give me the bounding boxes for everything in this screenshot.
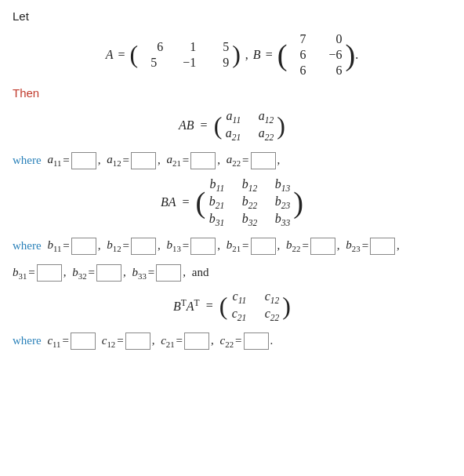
B-r3c2: 6 xyxy=(323,64,342,78)
comma1: , xyxy=(245,48,248,62)
ba-21: b21 xyxy=(208,194,224,210)
then-label: Then xyxy=(13,86,39,100)
a12-input[interactable] xyxy=(131,152,156,169)
ba-22: b22 xyxy=(241,194,257,210)
paren-ab-right: ) xyxy=(277,115,285,136)
AB-row1: a11 a12 xyxy=(225,108,274,125)
ab-21: a21 xyxy=(225,126,241,142)
a22-label: a22 xyxy=(227,149,241,171)
btat-11: c11 xyxy=(230,289,246,305)
b23-label: b23 xyxy=(346,234,360,256)
b32-input[interactable] xyxy=(96,264,121,282)
c12-label: c12 xyxy=(102,330,115,352)
matrix-A: 6 1 5 5 −1 9 xyxy=(138,39,232,71)
paren-A-left: ( xyxy=(130,44,139,65)
comma-a11: , xyxy=(98,150,101,171)
period-end: . xyxy=(270,330,274,351)
matrix-B-row1: 7 0 xyxy=(290,31,342,47)
paren-btat-left: ( xyxy=(219,296,228,317)
btat-12: c12 xyxy=(263,289,279,305)
where-ab-label: where xyxy=(13,150,42,171)
where-c-label: where xyxy=(13,330,42,351)
paren-B-left: ( xyxy=(277,42,288,68)
b12-input[interactable] xyxy=(131,238,156,255)
eq1: = xyxy=(118,48,125,62)
a12-label: a12 xyxy=(107,149,121,171)
a21-label: a21 xyxy=(167,149,181,171)
comma-a12: , xyxy=(158,150,161,171)
a21-input[interactable] xyxy=(190,152,216,169)
ab-22: a22 xyxy=(258,126,274,142)
B-r1c2: 0 xyxy=(323,32,342,46)
matrix-A-row2: 5 −1 9 xyxy=(141,55,229,71)
where-ba-label: where xyxy=(13,235,42,256)
BA-label: BA xyxy=(161,195,176,209)
c21-input[interactable] xyxy=(184,332,209,350)
c22-input[interactable] xyxy=(244,332,269,350)
BA-equation: BA = ( b11 b12 b13 b21 b22 b23 b31 b32 b… xyxy=(13,176,451,229)
b31-input[interactable] xyxy=(37,264,62,282)
b32-label: b32 xyxy=(72,262,86,284)
b13-input[interactable] xyxy=(190,238,216,255)
where-ba-line2: b31 = , b32 = , b33 = , and xyxy=(13,262,451,284)
b22-label: b22 xyxy=(286,234,300,256)
c11-input[interactable] xyxy=(71,332,96,350)
B-r3c1: 6 xyxy=(290,64,306,78)
ba-23: b23 xyxy=(274,194,290,210)
B-label: B xyxy=(253,48,261,62)
b22-input[interactable] xyxy=(310,238,335,255)
BTAT-equation: BTAT = ( c11 c12 c21 c22 ) xyxy=(13,289,451,323)
A-r2c3: 9 xyxy=(213,56,229,70)
where-c-line: where c11 = c12 = , c21 = , c22 = . xyxy=(13,330,451,352)
b31-label: b31 xyxy=(13,262,27,284)
eq-a21: = xyxy=(183,150,189,171)
b21-input[interactable] xyxy=(251,238,276,255)
a11-input[interactable] xyxy=(71,152,96,169)
AB-label: AB xyxy=(179,118,194,133)
matrix-A-row1: 6 1 5 xyxy=(147,39,229,55)
B-r1c1: 7 xyxy=(290,32,306,46)
BTAT-row2: c21 c22 xyxy=(230,306,279,323)
and-label: and xyxy=(192,262,209,283)
a11-label: a11 xyxy=(47,149,61,171)
b11-input[interactable] xyxy=(71,238,96,255)
AB-row2: a21 a22 xyxy=(225,125,274,143)
paren-ba-left: ( xyxy=(195,190,205,216)
matrix-AB: a11 a12 a21 a22 xyxy=(222,108,277,143)
ba-31: b31 xyxy=(208,212,224,227)
ab-12: a12 xyxy=(258,109,274,125)
matrix-BA: b11 b12 b13 b21 b22 b23 b31 b32 b33 xyxy=(205,176,293,229)
eq-a11: = xyxy=(63,150,69,171)
a22-input[interactable] xyxy=(251,152,276,169)
c21-label: c21 xyxy=(161,330,174,352)
btat-21: c21 xyxy=(230,307,246,322)
c22-label: c22 xyxy=(220,330,234,352)
B-r2c1: 6 xyxy=(290,48,306,62)
b12-label: b12 xyxy=(107,234,121,256)
eq2: = xyxy=(266,48,273,62)
let-section: Let xyxy=(13,9,451,24)
ba-32: b32 xyxy=(241,212,257,227)
comma-a21: , xyxy=(217,150,220,171)
then-section: Then xyxy=(13,86,451,100)
ab-11: a11 xyxy=(225,109,241,125)
matrix-B: 7 0 6 −6 6 6 xyxy=(287,31,345,78)
paren-B-right: ) xyxy=(345,42,355,68)
matrix-B-row3: 6 6 xyxy=(290,63,342,78)
ba-33: b33 xyxy=(274,212,290,227)
b33-input[interactable] xyxy=(156,264,181,282)
c12-input[interactable] xyxy=(125,332,150,350)
A-r1c3: 5 xyxy=(213,40,229,54)
b21-label: b21 xyxy=(227,234,241,256)
b13-label: b13 xyxy=(167,234,181,256)
A-r2c2: −1 xyxy=(174,56,196,70)
B-r2c2: −6 xyxy=(323,48,342,62)
eq-a12: = xyxy=(123,150,129,171)
ba-12: b12 xyxy=(241,177,257,193)
b33-label: b33 xyxy=(132,262,147,284)
paren-btat-right: ) xyxy=(282,296,291,317)
where-ab-line: where a11 = , a12 = , a21 = , a22 = , xyxy=(13,149,451,171)
eq-ba: = xyxy=(182,195,189,209)
btat-22: c22 xyxy=(263,307,279,322)
b23-input[interactable] xyxy=(370,238,395,255)
